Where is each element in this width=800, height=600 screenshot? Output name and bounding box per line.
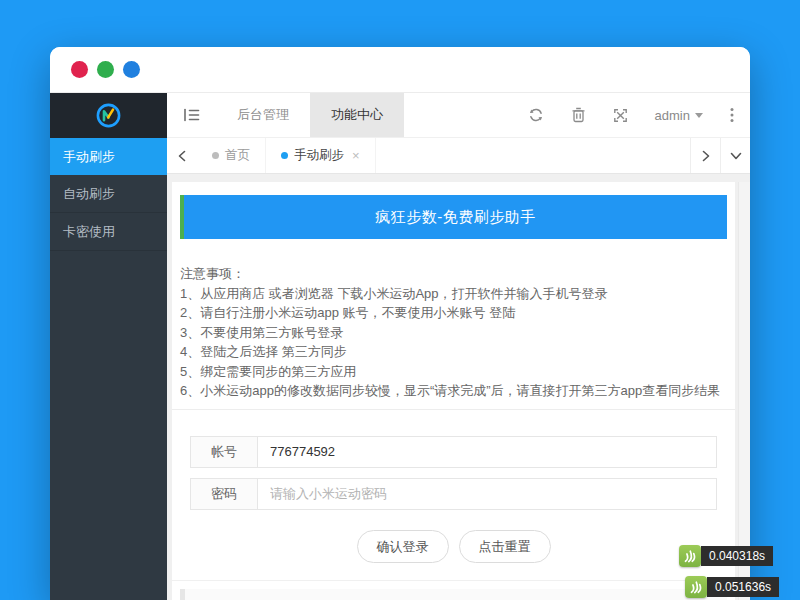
notice-line: 5、绑定需要同步的第三方应用 bbox=[180, 362, 727, 382]
tips-section: Tips：遇到问题可以点击下面查看解决办法，切勿多次重复提交，一次即可，每天提交… bbox=[172, 580, 735, 600]
nav-actions: admin bbox=[528, 93, 750, 137]
trash-icon[interactable] bbox=[571, 107, 586, 123]
tabs-menu-dropdown-button[interactable] bbox=[720, 138, 750, 173]
app-logo-icon bbox=[95, 102, 122, 129]
shrink-menu-icon bbox=[183, 108, 200, 122]
tips-quote: Tips：遇到问题可以点击下面查看解决办法，切勿多次重复提交，一次即可，每天提交… bbox=[180, 589, 727, 600]
tab-status-dot bbox=[212, 152, 219, 159]
password-input[interactable] bbox=[258, 478, 717, 510]
notice-line: 3、不要使用第三方账号登录 bbox=[180, 323, 727, 343]
notice-section: 注意事项： 1、从应用商店 或者浏览器 下载小米运动App，打开软件并输入手机号… bbox=[180, 264, 727, 401]
notice-title: 注意事项： bbox=[180, 264, 727, 284]
sidebar-item-manual-steps[interactable]: 手动刷步 bbox=[50, 138, 167, 175]
tabs-spacer bbox=[376, 138, 690, 173]
traffic-light-zoom-button[interactable] bbox=[123, 61, 140, 78]
refresh-icon[interactable] bbox=[528, 107, 544, 123]
chevron-down-icon bbox=[695, 113, 703, 118]
traffic-light-close-button[interactable] bbox=[71, 61, 88, 78]
fullscreen-expand-icon[interactable] bbox=[613, 108, 628, 123]
tab-status-dot bbox=[281, 152, 288, 159]
topnav-tab-function-center[interactable]: 功能中心 bbox=[310, 93, 404, 137]
form-buttons: 确认登录 点击重置 bbox=[190, 530, 717, 563]
collapse-menu-button[interactable] bbox=[167, 93, 216, 137]
main-area: 首页 手动刷步 × 疯狂步数-免费刷步助手 bbox=[167, 138, 750, 600]
trace-time-label: 0.051636s bbox=[707, 577, 779, 597]
thinkphp-flame-icon[interactable] bbox=[685, 576, 707, 598]
trace-badge[interactable]: 0.040318s bbox=[679, 545, 773, 567]
top-nav: 后台管理 功能中心 bbox=[167, 93, 750, 138]
content-card: 疯狂步数-免费刷步助手 注意事项： 1、从应用商店 或者浏览器 下载小米运动Ap… bbox=[172, 182, 735, 600]
notice-line: 1、从应用商店 或者浏览器 下载小米运动App，打开软件并输入手机号登录 bbox=[180, 284, 727, 304]
section-divider bbox=[172, 409, 735, 410]
trace-time-label: 0.040318s bbox=[701, 546, 773, 566]
reset-button[interactable]: 点击重置 bbox=[459, 530, 551, 563]
page-banner: 疯狂步数-免费刷步助手 bbox=[180, 195, 727, 239]
page-tab-label: 首页 bbox=[225, 147, 250, 164]
notice-line: 4、登陆之后选择 第三方同步 bbox=[180, 342, 727, 362]
traffic-light-minimize-button[interactable] bbox=[97, 61, 114, 78]
sidebar: 手动刷步 自动刷步 卡密使用 bbox=[50, 138, 167, 600]
page-tab-label: 手动刷步 bbox=[294, 147, 344, 164]
notice-line: 2、请自行注册小米运动app 账号，不要使用小米账号 登陆 bbox=[180, 303, 727, 323]
sidebar-item-auto-steps[interactable]: 自动刷步 bbox=[50, 175, 167, 213]
app-logo[interactable] bbox=[50, 93, 167, 138]
desktop: { "colors":{ "desktop_bg":"#1e9af5", "ba… bbox=[0, 0, 800, 600]
tabs-scroll-right-button[interactable] bbox=[690, 138, 720, 173]
account-input[interactable] bbox=[258, 436, 717, 468]
browser-window: 后台管理 功能中心 bbox=[50, 47, 750, 600]
page-tab-home[interactable]: 首页 bbox=[197, 138, 266, 173]
more-options-icon[interactable] bbox=[730, 107, 734, 123]
admin-user-menu[interactable]: admin bbox=[655, 108, 703, 123]
nav-spacer bbox=[404, 93, 528, 137]
page-tab-manual-steps[interactable]: 手动刷步 × bbox=[266, 138, 376, 173]
topnav-tab-backend[interactable]: 后台管理 bbox=[216, 93, 310, 137]
account-row: 帐号 bbox=[190, 436, 717, 468]
notice-line: 6、小米运动app的修改数据同步较慢，显示“请求完成”后，请直接打开第三方app… bbox=[180, 381, 727, 401]
page-content: 疯狂步数-免费刷步助手 注意事项： 1、从应用商店 或者浏览器 下载小米运动Ap… bbox=[167, 174, 750, 600]
account-label: 帐号 bbox=[190, 436, 258, 468]
thinkphp-flame-icon[interactable] bbox=[679, 545, 701, 567]
app-header: 后台管理 功能中心 bbox=[50, 93, 750, 138]
password-row: 密码 bbox=[190, 478, 717, 510]
app-body: 手动刷步 自动刷步 卡密使用 首页 手动刷步 × bbox=[50, 138, 750, 600]
confirm-login-button[interactable]: 确认登录 bbox=[357, 530, 449, 563]
window-titlebar bbox=[50, 47, 750, 93]
login-form: 帐号 密码 确认登录 点击重置 bbox=[190, 436, 717, 563]
vertical-scrollbar[interactable] bbox=[738, 182, 750, 600]
page-tabs-bar: 首页 手动刷步 × bbox=[167, 138, 750, 174]
tab-close-icon[interactable]: × bbox=[352, 148, 360, 163]
sidebar-item-card-key[interactable]: 卡密使用 bbox=[50, 213, 167, 251]
password-label: 密码 bbox=[190, 478, 258, 510]
trace-badge[interactable]: 0.051636s bbox=[685, 576, 779, 598]
tabs-scroll-left-button[interactable] bbox=[167, 138, 197, 173]
admin-username: admin bbox=[655, 108, 690, 123]
